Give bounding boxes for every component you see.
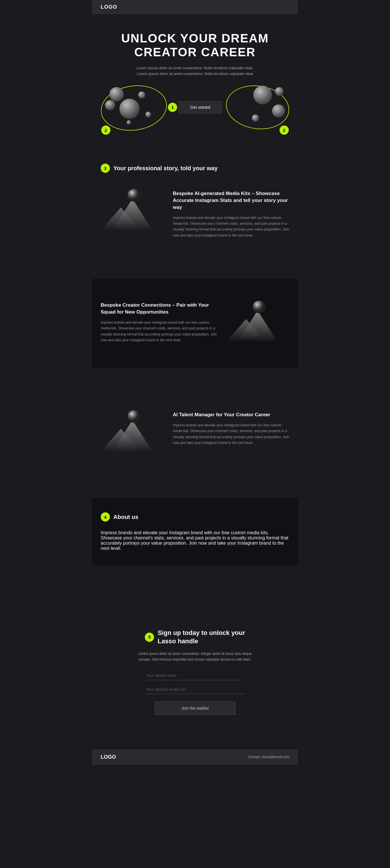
hero-title: UNLOCK YOUR DREAM CREATOR CAREER xyxy=(101,31,289,59)
sphere-left-1 xyxy=(109,87,124,101)
feature-row-3: AI Talent Manager for Your Creator Caree… xyxy=(101,403,289,463)
badge-oval-right: 2 xyxy=(279,125,289,135)
get-started-button[interactable]: Get started xyxy=(179,101,222,113)
about-section: 4 About us Impress brands and elevate yo… xyxy=(92,498,298,565)
signup-subtext: Lorem ipsum dolor sit amet consectetur. … xyxy=(137,651,253,662)
footer-contact: Contact: lasso@email.com xyxy=(248,755,289,759)
badge-oval-left: 2 xyxy=(101,125,111,135)
svg-point-5 xyxy=(253,301,265,313)
spacer-3 xyxy=(92,475,298,498)
section4-heading: About us xyxy=(113,514,139,520)
sphere-left-2 xyxy=(105,100,115,110)
spacer-4 xyxy=(92,565,298,588)
navbar-logo: LOGO xyxy=(101,4,117,10)
feature2-title: Bespoke Creator Connections – Pair with … xyxy=(101,302,217,316)
signup-form: Join the waitlist xyxy=(101,671,289,715)
hero-section: UNLOCK YOUR DREAM CREATOR CAREER Lorem i… xyxy=(92,14,298,152)
section4-header: 4 About us xyxy=(101,512,289,522)
feature3-image xyxy=(101,408,164,458)
feature1-body: Impress brands and elevate your Instagra… xyxy=(173,215,289,239)
step-5-badge: 5 xyxy=(145,632,154,642)
hero-decoration: 2 1 Get started 2 xyxy=(101,83,289,137)
feature1-image xyxy=(101,187,164,236)
sphere-right-3 xyxy=(272,104,285,117)
signup-section: 5 Sign up today to unlock your Lasso han… xyxy=(92,612,298,726)
svg-point-2 xyxy=(127,189,140,202)
feature2-section: Bespoke Creator Connections – Pair with … xyxy=(92,279,298,368)
feature1-text: Bespoke AI-generated Media Kits – Showca… xyxy=(173,187,289,238)
signup-heading: Sign up today to unlock your Lasso handl… xyxy=(157,629,245,645)
feature3-section: AI Talent Manager for Your Creator Caree… xyxy=(92,391,298,475)
step-4-badge: 4 xyxy=(101,512,110,522)
sphere-left-3 xyxy=(119,99,140,119)
spacer-6 xyxy=(92,726,298,749)
feature1-title: Bespoke AI-generated Media Kits – Showca… xyxy=(173,190,289,211)
feature3-text: AI Talent Manager for Your Creator Caree… xyxy=(173,408,289,446)
spacer-5 xyxy=(92,588,298,612)
feature-row-2: Bespoke Creator Connections – Pair with … xyxy=(101,293,289,354)
spacer-2 xyxy=(92,368,298,391)
feature2-text: Bespoke Creator Connections – Pair with … xyxy=(101,299,217,343)
hero-description: Lorem ipsum dolor sit amet consectetur. … xyxy=(134,65,256,77)
feature-row-1: Bespoke AI-generated Media Kits – Showca… xyxy=(101,181,289,244)
handle-input[interactable] xyxy=(146,671,244,680)
footer: LOGO Contact: lasso@email.com xyxy=(92,749,298,765)
footer-logo: LOGO xyxy=(101,754,116,760)
svg-point-8 xyxy=(127,410,140,423)
section3-heading: Your professional story, told your way xyxy=(113,165,218,172)
sphere-right-1 xyxy=(253,86,272,104)
waitlist-button[interactable]: Join the waitlist xyxy=(155,702,235,715)
feature2-body: Impress brands and elevate your Instagra… xyxy=(101,320,217,343)
spacer-1 xyxy=(92,256,298,279)
navbar: LOGO xyxy=(92,0,298,14)
feature3-title: AI Talent Manager for Your Creator Caree… xyxy=(173,411,289,418)
signup-header: 5 Sign up today to unlock your Lasso han… xyxy=(101,629,289,645)
section4-body: Impress brands and elevate your Instagra… xyxy=(101,530,289,551)
feature2-image xyxy=(226,299,289,348)
section-professional-story: 3 Your professional story, told your way xyxy=(92,152,298,256)
step-3-badge: 3 xyxy=(101,163,110,173)
sphere-right-2 xyxy=(275,87,283,96)
section3-header: 3 Your professional story, told your way xyxy=(101,163,289,173)
email-input[interactable] xyxy=(146,685,244,694)
hero-center: 1 Get started xyxy=(168,101,222,119)
hero-step-badge: 1 xyxy=(168,103,177,112)
feature3-body: Impress brands and elevate your Instagra… xyxy=(173,422,289,446)
